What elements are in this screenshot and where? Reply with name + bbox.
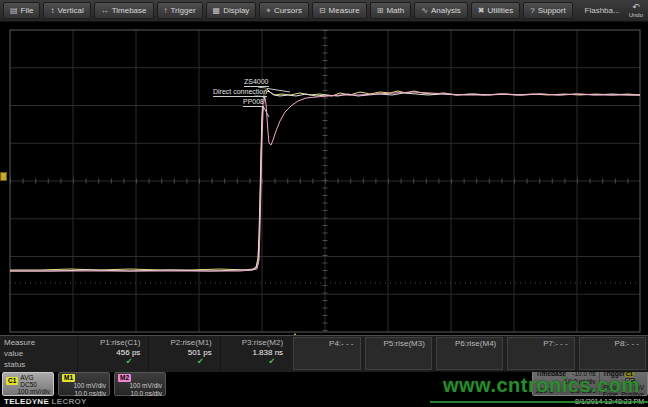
m2-tdiv: 10.0 ns/div [118,390,162,397]
flashback-button[interactable]: Flashba... [585,6,620,15]
menu-label: Measure [329,6,360,15]
menu-item-timebase[interactable]: ↔Timebase [94,2,154,19]
vertical-icon: ↕ [50,6,54,15]
graticule [10,30,640,332]
measure-label: Measure [4,338,77,348]
menu-label: Timebase [112,6,147,15]
undo-icon: ↶ [632,3,640,12]
p3-status-check-icon: ✔ [268,358,283,367]
value-label: value [4,349,77,359]
channel-box-m2[interactable]: M2 100 mV/div 10.0 ns/div [114,372,166,396]
p1-status-check-icon: ✔ [126,358,141,367]
m1-tdiv: 10.0 ns/div [62,390,106,397]
menu-label: Math [386,6,404,15]
measure-col-p6[interactable]: P6:rise(M4) [436,337,503,370]
menu-item-support[interactable]: ?Support [523,2,572,19]
trigger-icon: ↑ [164,6,168,15]
measure-panel: Measure value status P1:rise(C1) 456 ps … [0,335,648,372]
c1-mode: AVG DC50 [20,374,50,388]
measure-col-p4[interactable]: P4:- - - [293,337,360,370]
menu-item-measure[interactable]: ⊟Measure [312,2,367,19]
measure-col-p8[interactable]: P8:- - - [579,337,646,370]
m2-tag: M2 [118,374,131,382]
menu-label: Utilities [487,6,513,15]
undo-button[interactable]: ↶ Undo [629,3,643,18]
support-icon: ? [530,6,534,15]
undo-label: Undo [629,12,643,18]
analysis-icon: ∿ [421,6,428,15]
utilities-icon: ✖ [478,6,485,15]
menu-item-math[interactable]: ⊞Math [370,2,412,19]
p3-header: P3:rise(M2) [242,338,283,348]
c1-offset: 0.00 mV [6,395,50,402]
math-icon: ⊞ [377,6,384,15]
p7-header: P7:- - - [543,339,567,349]
p6-header: P6:rise(M4) [455,339,496,349]
menu-label: Analysis [431,6,461,15]
p5-header: P5:rise(M3) [384,339,425,349]
menu-item-vertical[interactable]: ↕Vertical [43,2,90,19]
c1-vdiv: 100 mV/div [6,388,50,395]
oscilloscope-screen: ZS4000 Direct connection PP008 ▤File ↕Ve… [0,0,648,407]
watermark-underline [430,401,648,403]
p2-status-check-icon: ✔ [197,358,212,367]
measure-col-p7[interactable]: P7:- - - [507,337,574,370]
measure-icon: ⊟ [319,6,326,15]
menu-item-cursors[interactable]: ⌖Cursors [259,2,309,19]
m1-vdiv: 100 mV/div [62,382,106,389]
display-icon: ▦ [213,6,221,15]
menu-bar: ▤File ↕Vertical ↔Timebase ↑Trigger ▦Disp… [0,0,648,22]
p8-header: P8:- - - [615,339,639,349]
menu-item-file[interactable]: ▤File [3,2,40,19]
file-icon: ▤ [10,6,18,15]
menu-label: Trigger [171,6,196,15]
c1-tag: C1 [6,377,18,385]
menu-label: Support [538,6,566,15]
annotation-pp008: PP008 [243,98,264,107]
measure-row-labels: Measure value status [0,336,77,372]
menu-label: File [21,6,34,15]
menu-item-display[interactable]: ▦Display [206,2,257,19]
measure-col-p1[interactable]: P1:rise(C1) 456 ps ✔ [77,336,148,372]
p4-header: P4:- - - [329,339,353,349]
measure-col-p3[interactable]: P3:rise(M2) 1.838 ns ✔ [220,336,291,372]
m2-vdiv: 100 mV/div [118,382,162,389]
watermark-text: www.cntronics.com [443,374,640,397]
status-label: status [4,360,77,370]
annotation-zs4000: ZS4000 [244,78,269,87]
menu-item-analysis[interactable]: ∿Analysis [414,2,468,19]
menu-label: Display [223,6,249,15]
cursors-icon: ⌖ [266,6,271,16]
p1-header: P1:rise(C1) [100,338,140,348]
p2-header: P2:rise(M1) [170,338,211,348]
timebase-icon: ↔ [101,6,109,15]
channel-box-c1[interactable]: C1 AVG DC50 100 mV/div 0.00 mV [2,372,54,396]
c1-zero-level-marker[interactable] [0,172,7,181]
menu-label: Cursors [274,6,302,15]
brand-lecroy: LECROY [52,397,87,406]
channel-box-m1[interactable]: M1 100 mV/div 10.0 ns/div [58,372,110,396]
menu-item-utilities[interactable]: ✖Utilities [471,2,520,19]
measure-col-p2[interactable]: P2:rise(M1) 501 ps ✔ [148,336,219,372]
menu-item-trigger[interactable]: ↑Trigger [157,2,203,19]
menu-label: Vertical [57,6,83,15]
measure-col-p5[interactable]: P5:rise(M3) [365,337,432,370]
m1-tag: M1 [62,374,75,382]
annotation-direct-connection: Direct connection [213,88,267,97]
